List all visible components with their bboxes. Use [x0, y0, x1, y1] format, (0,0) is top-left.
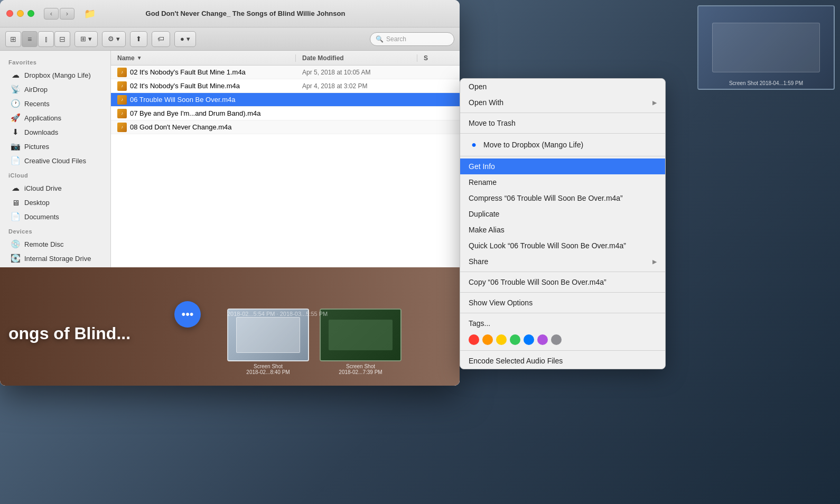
sidebar-item-downloads[interactable]: ⬇ Downloads	[2, 125, 108, 139]
file-icon: ♪	[117, 123, 127, 132]
ctx-share-label: Share	[469, 257, 488, 266]
tag-purple[interactable]	[537, 334, 548, 345]
screenshot-label-2: Screen Shot2018-02...7:39 PM	[339, 363, 382, 375]
sidebar-item-documents[interactable]: 📄 Documents	[2, 210, 108, 223]
internal-storage-icon: 💽	[11, 254, 20, 263]
maximize-button[interactable]	[27, 10, 34, 17]
recents-icon: 🕐	[11, 99, 20, 108]
ctx-get-info[interactable]: Get Info	[460, 158, 665, 174]
sidebar-item-label: Creative Cloud Files	[24, 157, 86, 165]
gallery-view-button[interactable]: ⊟	[54, 31, 70, 47]
sidebar-item-remote-disc[interactable]: 💿 Remote Disc	[2, 237, 108, 251]
tag-orange[interactable]	[482, 334, 493, 345]
share-button[interactable]: ⬆	[130, 31, 147, 47]
ctx-open-with[interactable]: Open With ▶	[460, 95, 665, 110]
tag-blue[interactable]	[524, 334, 534, 345]
sidebar-item-icloud-drive[interactable]: ☁ iCloud Drive	[2, 181, 108, 195]
ctx-compress-label: Compress “06 Trouble Will Soon Be Over.m…	[469, 194, 623, 202]
ctx-duplicate[interactable]: Duplicate	[460, 206, 665, 222]
action-button[interactable]: ⚙▾	[102, 31, 126, 47]
column-view-button[interactable]: ⫿	[38, 31, 54, 47]
ctx-rename[interactable]: Rename	[460, 174, 665, 190]
sidebar-item-internal-storage[interactable]: 💽 Internal Storage Drive	[2, 251, 108, 265]
table-row[interactable]: ♪ 02 It's Nobody's Fault But Mine.m4a Ap…	[111, 79, 460, 93]
tag-red[interactable]	[469, 334, 479, 345]
ctx-duplicate-label: Duplicate	[469, 210, 499, 218]
tag-button[interactable]: 🏷	[152, 31, 170, 47]
table-row[interactable]: ♪ 02 It's Nobody's Fault But Mine 1.m4a …	[111, 66, 460, 79]
ctx-rename-label: Rename	[469, 178, 497, 186]
screenshot-thumbnails: Screen Shot2018-02...8:40 PM Screen Shot…	[227, 309, 402, 375]
tag-green[interactable]	[510, 334, 520, 345]
forward-button[interactable]: ›	[60, 8, 74, 20]
list-view-button[interactable]: ≡	[22, 31, 38, 47]
sidebar-item-label: Desktop	[24, 199, 50, 207]
screenshot-item-2[interactable]: Screen Shot2018-02...7:39 PM	[320, 309, 402, 375]
applications-icon: 🚀	[11, 113, 20, 123]
ctx-move-dropbox[interactable]: ● Move to Dropbox (Mango Life)	[460, 136, 665, 154]
back-button[interactable]: ‹	[44, 8, 59, 20]
sidebar-item-recents[interactable]: 🕐 Recents	[2, 97, 108, 110]
sidebar-item-desktop[interactable]: 🖥 Desktop	[2, 195, 108, 209]
file-name: 07 Bye and Bye I'm...and Drum Band).m4a	[130, 109, 260, 117]
ctx-show-view[interactable]: Show View Options	[460, 295, 665, 311]
ctx-copy[interactable]: Copy “06 Trouble Will Soon Be Over.m4a”	[460, 274, 665, 290]
airdrop-icon: 📡	[11, 85, 20, 94]
context-menu: Open Open With ▶ Move to Trash ● Move to…	[460, 78, 666, 369]
dropbox-button[interactable]: ●▾	[174, 31, 196, 47]
search-box[interactable]: 🔍 Search	[370, 32, 454, 46]
devices-header: Devices	[0, 224, 110, 237]
toolbar: ⊞ ≡ ⫿ ⊟ ⊞▾ ⚙▾ ⬆ 🏷 ●▾ 🔍 Search	[0, 27, 460, 51]
col-date-header[interactable]: Date Modified	[296, 54, 417, 62]
col-name-header[interactable]: Name ▼	[111, 54, 296, 62]
ctx-divider	[460, 156, 665, 156]
ctx-move-trash-label: Move to Trash	[469, 119, 516, 127]
ctx-open[interactable]: Open	[460, 79, 665, 95]
ctx-open-with-label: Open With	[469, 98, 503, 107]
minimize-button[interactable]	[17, 10, 24, 17]
sidebar-item-airdrop[interactable]: 📡 AirDrop	[2, 82, 108, 96]
ctx-make-alias[interactable]: Make Alias	[460, 222, 665, 238]
ctx-move-trash[interactable]: Move to Trash	[460, 115, 665, 131]
ctx-make-alias-label: Make Alias	[469, 226, 505, 234]
bottom-music-area: ongs of Blind... ••• Screen Shot2018-02.…	[0, 267, 460, 386]
screenshot-item-1[interactable]: Screen Shot2018-02...8:40 PM	[227, 309, 309, 375]
ctx-tags[interactable]: Tags...	[460, 315, 665, 331]
tag-gray[interactable]	[551, 334, 562, 345]
file-date: Apr 5, 2018 at 10:05 AM	[296, 69, 417, 76]
file-icon: ♪	[117, 95, 127, 105]
sidebar-item-label: Documents	[24, 213, 59, 221]
ctx-encode[interactable]: Encode Selected Audio Files	[460, 353, 665, 369]
ctx-get-info-label: Get Info	[469, 162, 495, 171]
icon-view-button[interactable]: ⊞	[5, 31, 21, 47]
icloud-header: iCloud	[0, 168, 110, 181]
ctx-color-tags	[460, 331, 665, 348]
remote-disc-icon: 💿	[11, 239, 20, 249]
ctx-compress[interactable]: Compress “06 Trouble Will Soon Be Over.m…	[460, 190, 665, 206]
ctx-share[interactable]: Share ▶	[460, 254, 665, 269]
tag-yellow[interactable]	[496, 334, 507, 345]
file-icon: ♪	[117, 109, 127, 118]
sidebar-item-label: Pictures	[24, 143, 49, 151]
table-row[interactable]: ♪ 07 Bye and Bye I'm...and Drum Band).m4…	[111, 107, 460, 120]
sidebar-item-applications[interactable]: 🚀 Applications	[2, 111, 108, 125]
table-row[interactable]: ♪ 08 God Don't Never Change.m4a	[111, 120, 460, 134]
sidebar-item-label: Downloads	[24, 128, 58, 136]
search-placeholder: Search	[386, 35, 406, 43]
sidebar-item-label: Remote Disc	[24, 240, 63, 248]
table-row-selected[interactable]: ♪ 06 Trouble Will Soon Be Over.m4a	[111, 93, 460, 107]
file-date: Apr 4, 2018 at 3:02 PM	[296, 82, 417, 90]
documents-icon: 📄	[11, 212, 20, 221]
favorites-header: Favorites	[0, 55, 110, 68]
col-size-header[interactable]: S	[417, 54, 460, 62]
close-button[interactable]	[6, 10, 13, 17]
more-options-fab[interactable]: •••	[174, 301, 201, 328]
pictures-icon: 📷	[11, 142, 20, 151]
group-button[interactable]: ⊞▾	[74, 31, 98, 47]
file-name: 06 Trouble Will Soon Be Over.m4a	[130, 96, 235, 104]
sidebar-item-dropbox[interactable]: ☁ Dropbox (Mango Life)	[2, 68, 108, 82]
sidebar-item-creative-cloud[interactable]: 📄 Creative Cloud Files	[2, 154, 108, 167]
sidebar-item-pictures[interactable]: 📷 Pictures	[2, 139, 108, 153]
ctx-quick-look[interactable]: Quick Look “06 Trouble Will Soon Be Over…	[460, 238, 665, 254]
desktop-screenshot-label: Screen Shot 2018-04...1:59 PM	[698, 80, 834, 86]
